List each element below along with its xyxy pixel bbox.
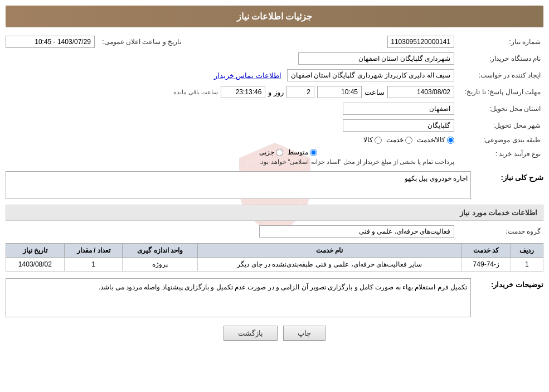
cell-unit: پروژه	[123, 258, 197, 272]
cell-qty: 1	[64, 258, 123, 272]
back-button[interactable]: بازگشت	[224, 326, 278, 341]
cell-date: 1403/08/02	[6, 258, 65, 272]
radio-kala-label: کالا	[363, 136, 373, 144]
contact-link[interactable]: اطلاعات تماس خریدار	[214, 71, 281, 80]
need-number-input	[387, 36, 454, 48]
remaining-days-input	[286, 86, 314, 98]
cell-name: سایر فعالیت‌های حرفه‌ای، علمی و فنی طبقه…	[197, 258, 461, 272]
buyer-org-input	[298, 52, 454, 65]
table-row: 1 ز-74-749 سایر فعالیت‌های حرفه‌ای، علمی…	[6, 258, 543, 272]
process-label: نوع فرآیند خرید :	[454, 148, 543, 158]
col-unit: واحد اندازه گیری	[123, 244, 197, 258]
radio-jazee[interactable]	[276, 149, 283, 156]
need-number-label: شماره نیاز:	[454, 38, 543, 46]
process-note: پرداخت تمام یا بخشی از مبلغ خریدار از مح…	[259, 158, 454, 166]
col-code: کد خدمت	[462, 244, 511, 258]
deadline-label: مهلت ارسال پاسخ: تا تاریخ:	[454, 88, 543, 96]
page-title: جزئیات اطلاعات نیاز	[6, 6, 543, 27]
creator-input	[287, 69, 454, 81]
radio-kala[interactable]	[375, 137, 382, 144]
remaining-time-input	[221, 86, 265, 98]
announce-datetime-input	[6, 36, 95, 48]
announce-datetime-label: تاریخ و ساعت اعلان عمومی:	[95, 38, 184, 46]
deadline-date-input	[387, 86, 454, 98]
remaining-days-label: روز و	[268, 88, 284, 96]
buyer-org-label: نام دستگاه خریدار:	[454, 55, 543, 62]
radio-motavasset-label: متوسط	[288, 148, 308, 156]
radio-khadamat-label: خدمت	[386, 136, 404, 144]
services-section-title: اطلاعات خدمات مورد نیاز	[6, 205, 543, 221]
deadline-time-input	[317, 86, 362, 98]
radio-kala-khadamat[interactable]	[447, 137, 454, 144]
cell-row: 1	[511, 258, 543, 272]
deadline-time-label: ساعت	[365, 88, 385, 96]
category-label: طبقه بندی موضوعی:	[454, 136, 543, 144]
province-label: استان محل تحویل:	[454, 105, 543, 113]
service-group-input	[259, 225, 454, 238]
radio-kala-khadamat-label: کالا/خدمت	[417, 136, 445, 144]
col-row: ردیف	[511, 244, 543, 258]
cell-code: ز-74-749	[462, 258, 511, 272]
creator-label: ایجاد کننده در خواست:	[454, 71, 543, 79]
col-name: نام خدمت	[197, 244, 461, 258]
col-qty: تعداد / مقدار	[64, 244, 123, 258]
need-desc-box: اجاره خودروی بیل بکهو	[6, 171, 471, 199]
col-date: تاریخ نیاز	[6, 244, 65, 258]
radio-motavasset[interactable]	[310, 149, 317, 156]
radio-khadamat[interactable]	[405, 137, 412, 144]
buyer-comments-box: تکمیل فرم استعلام بهاء به صورت کامل و با…	[6, 278, 471, 317]
city-input	[343, 119, 454, 132]
services-table: ردیف کد خدمت نام خدمت واحد اندازه گیری ت…	[6, 243, 543, 272]
buyer-comments-label: توضیحات خریدار:	[477, 278, 543, 289]
remaining-suffix: ساعت باقی مانده	[173, 89, 218, 96]
service-group-label: گروه خدمت:	[454, 228, 543, 235]
need-desc-section-label: شرح کلی نیاز:	[477, 171, 543, 182]
print-button[interactable]: چاپ	[283, 326, 325, 341]
city-label: شهر محل تحویل:	[454, 122, 543, 129]
province-input	[343, 103, 454, 115]
radio-jazee-label: جزیی	[259, 148, 274, 156]
